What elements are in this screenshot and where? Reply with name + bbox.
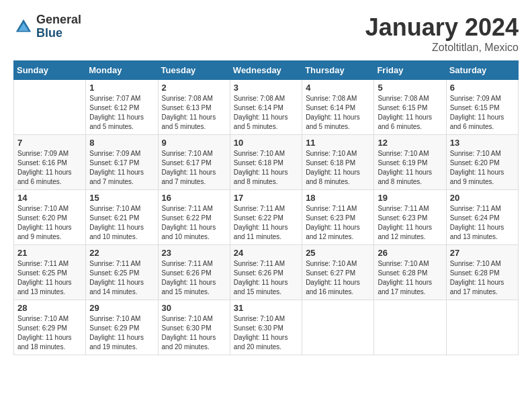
calendar-cell — [14, 80, 86, 135]
day-number: 25 — [306, 248, 370, 258]
day-number: 30 — [162, 303, 226, 313]
day-info: Sunrise: 7:09 AM Sunset: 6:15 PM Dayligh… — [450, 94, 515, 132]
calendar-cell: 10Sunrise: 7:10 AM Sunset: 6:18 PM Dayli… — [230, 135, 302, 190]
calendar-cell — [446, 300, 518, 355]
day-info: Sunrise: 7:10 AM Sunset: 6:28 PM Dayligh… — [450, 259, 515, 297]
day-number: 18 — [306, 193, 370, 203]
day-number: 12 — [378, 138, 442, 148]
calendar-cell: 4Sunrise: 7:08 AM Sunset: 6:14 PM Daylig… — [302, 80, 374, 135]
day-info: Sunrise: 7:11 AM Sunset: 6:25 PM Dayligh… — [17, 259, 82, 297]
day-info: Sunrise: 7:11 AM Sunset: 6:22 PM Dayligh… — [162, 204, 226, 242]
calendar-cell: 24Sunrise: 7:11 AM Sunset: 6:26 PM Dayli… — [230, 245, 302, 300]
day-number: 31 — [234, 303, 298, 313]
day-info: Sunrise: 7:10 AM Sunset: 6:28 PM Dayligh… — [378, 259, 442, 297]
calendar-cell: 7Sunrise: 7:09 AM Sunset: 6:16 PM Daylig… — [14, 135, 86, 190]
day-number: 2 — [162, 83, 226, 93]
day-info: Sunrise: 7:10 AM Sunset: 6:21 PM Dayligh… — [89, 204, 154, 242]
day-info: Sunrise: 7:10 AM Sunset: 6:29 PM Dayligh… — [17, 314, 82, 352]
day-number: 8 — [89, 138, 154, 148]
location: Zotoltitlan, Mexico — [365, 42, 519, 54]
day-info: Sunrise: 7:10 AM Sunset: 6:18 PM Dayligh… — [306, 149, 370, 187]
calendar-cell: 15Sunrise: 7:10 AM Sunset: 6:21 PM Dayli… — [86, 190, 158, 245]
day-number: 19 — [378, 193, 442, 203]
day-info: Sunrise: 7:10 AM Sunset: 6:27 PM Dayligh… — [306, 259, 370, 297]
day-info: Sunrise: 7:11 AM Sunset: 6:22 PM Dayligh… — [234, 204, 298, 242]
calendar-cell: 13Sunrise: 7:10 AM Sunset: 6:20 PM Dayli… — [446, 135, 518, 190]
day-info: Sunrise: 7:09 AM Sunset: 6:16 PM Dayligh… — [17, 149, 82, 187]
calendar-cell: 16Sunrise: 7:11 AM Sunset: 6:22 PM Dayli… — [158, 190, 230, 245]
calendar-cell: 9Sunrise: 7:10 AM Sunset: 6:17 PM Daylig… — [158, 135, 230, 190]
calendar-cell: 26Sunrise: 7:10 AM Sunset: 6:28 PM Dayli… — [374, 245, 446, 300]
day-number: 17 — [234, 193, 298, 203]
calendar-cell: 31Sunrise: 7:10 AM Sunset: 6:30 PM Dayli… — [230, 300, 302, 355]
logo: General Blue — [13, 13, 81, 40]
calendar-week-4: 21Sunrise: 7:11 AM Sunset: 6:25 PM Dayli… — [14, 245, 519, 300]
calendar-cell: 21Sunrise: 7:11 AM Sunset: 6:25 PM Dayli… — [14, 245, 86, 300]
calendar-cell: 18Sunrise: 7:11 AM Sunset: 6:23 PM Dayli… — [302, 190, 374, 245]
day-number: 3 — [234, 83, 298, 93]
day-number: 28 — [17, 303, 82, 313]
calendar-cell: 25Sunrise: 7:10 AM Sunset: 6:27 PM Dayli… — [302, 245, 374, 300]
calendar-cell — [374, 300, 446, 355]
weekday-header-row: SundayMondayTuesdayWednesdayThursdayFrid… — [14, 61, 519, 80]
day-info: Sunrise: 7:10 AM Sunset: 6:20 PM Dayligh… — [450, 149, 515, 187]
day-number: 11 — [306, 138, 370, 148]
day-number: 9 — [162, 138, 226, 148]
day-info: Sunrise: 7:11 AM Sunset: 6:24 PM Dayligh… — [450, 204, 515, 242]
calendar-cell: 12Sunrise: 7:10 AM Sunset: 6:19 PM Dayli… — [374, 135, 446, 190]
day-number: 4 — [306, 83, 370, 93]
calendar-table: SundayMondayTuesdayWednesdayThursdayFrid… — [13, 60, 519, 355]
calendar-week-5: 28Sunrise: 7:10 AM Sunset: 6:29 PM Dayli… — [14, 300, 519, 355]
weekday-thursday: Thursday — [302, 61, 374, 80]
logo-text: General Blue — [36, 13, 81, 40]
day-number: 15 — [89, 193, 154, 203]
day-number: 20 — [450, 193, 515, 203]
calendar-cell: 27Sunrise: 7:10 AM Sunset: 6:28 PM Dayli… — [446, 245, 518, 300]
calendar-body: 1Sunrise: 7:07 AM Sunset: 6:12 PM Daylig… — [14, 80, 519, 355]
day-number: 16 — [162, 193, 226, 203]
calendar-header: SundayMondayTuesdayWednesdayThursdayFrid… — [14, 61, 519, 80]
calendar-week-1: 1Sunrise: 7:07 AM Sunset: 6:12 PM Daylig… — [14, 80, 519, 135]
day-info: Sunrise: 7:08 AM Sunset: 6:15 PM Dayligh… — [378, 94, 442, 132]
day-number: 6 — [450, 83, 515, 93]
day-info: Sunrise: 7:11 AM Sunset: 6:26 PM Dayligh… — [234, 259, 298, 297]
logo-blue: Blue — [36, 27, 81, 40]
page-header: General Blue January 2024 Zotoltitlan, M… — [13, 13, 519, 54]
weekday-friday: Friday — [374, 61, 446, 80]
day-info: Sunrise: 7:10 AM Sunset: 6:30 PM Dayligh… — [162, 314, 226, 352]
calendar-cell: 8Sunrise: 7:09 AM Sunset: 6:17 PM Daylig… — [86, 135, 158, 190]
day-number: 23 — [162, 248, 226, 258]
day-info: Sunrise: 7:08 AM Sunset: 6:14 PM Dayligh… — [306, 94, 370, 132]
calendar-cell: 14Sunrise: 7:10 AM Sunset: 6:20 PM Dayli… — [14, 190, 86, 245]
calendar-cell — [302, 300, 374, 355]
calendar-cell: 5Sunrise: 7:08 AM Sunset: 6:15 PM Daylig… — [374, 80, 446, 135]
day-info: Sunrise: 7:07 AM Sunset: 6:12 PM Dayligh… — [89, 94, 154, 132]
day-info: Sunrise: 7:09 AM Sunset: 6:17 PM Dayligh… — [89, 149, 154, 187]
day-number: 24 — [234, 248, 298, 258]
day-number: 10 — [234, 138, 298, 148]
calendar-cell: 30Sunrise: 7:10 AM Sunset: 6:30 PM Dayli… — [158, 300, 230, 355]
calendar-cell: 19Sunrise: 7:11 AM Sunset: 6:23 PM Dayli… — [374, 190, 446, 245]
calendar-cell: 22Sunrise: 7:11 AM Sunset: 6:25 PM Dayli… — [86, 245, 158, 300]
calendar-cell: 6Sunrise: 7:09 AM Sunset: 6:15 PM Daylig… — [446, 80, 518, 135]
day-info: Sunrise: 7:08 AM Sunset: 6:14 PM Dayligh… — [234, 94, 298, 132]
day-info: Sunrise: 7:10 AM Sunset: 6:18 PM Dayligh… — [234, 149, 298, 187]
weekday-sunday: Sunday — [14, 61, 86, 80]
calendar-cell: 11Sunrise: 7:10 AM Sunset: 6:18 PM Dayli… — [302, 135, 374, 190]
day-info: Sunrise: 7:10 AM Sunset: 6:30 PM Dayligh… — [234, 314, 298, 352]
day-info: Sunrise: 7:11 AM Sunset: 6:26 PM Dayligh… — [162, 259, 226, 297]
calendar-cell: 23Sunrise: 7:11 AM Sunset: 6:26 PM Dayli… — [158, 245, 230, 300]
day-number: 1 — [89, 83, 154, 93]
calendar-cell: 29Sunrise: 7:10 AM Sunset: 6:29 PM Dayli… — [86, 300, 158, 355]
day-number: 22 — [89, 248, 154, 258]
day-number: 13 — [450, 138, 515, 148]
calendar-cell: 3Sunrise: 7:08 AM Sunset: 6:14 PM Daylig… — [230, 80, 302, 135]
day-info: Sunrise: 7:11 AM Sunset: 6:23 PM Dayligh… — [378, 204, 442, 242]
day-info: Sunrise: 7:10 AM Sunset: 6:19 PM Dayligh… — [378, 149, 442, 187]
logo-general: General — [36, 13, 81, 27]
calendar-cell: 2Sunrise: 7:08 AM Sunset: 6:13 PM Daylig… — [158, 80, 230, 135]
day-number: 21 — [17, 248, 82, 258]
month-title: January 2024 — [365, 13, 519, 42]
calendar-cell: 28Sunrise: 7:10 AM Sunset: 6:29 PM Dayli… — [14, 300, 86, 355]
calendar-week-2: 7Sunrise: 7:09 AM Sunset: 6:16 PM Daylig… — [14, 135, 519, 190]
